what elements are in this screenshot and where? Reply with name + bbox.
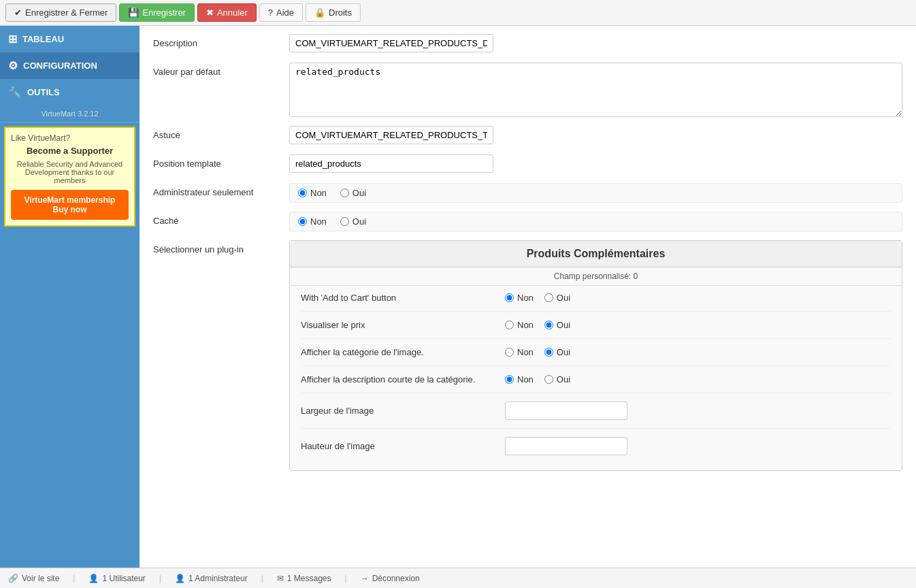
plugin-field-hauteur: Hauteur de l'image (301, 437, 891, 463)
largeur-control (505, 402, 627, 420)
prix-non-option[interactable]: Non (505, 320, 534, 330)
add-to-cart-control: Non Oui (505, 293, 570, 303)
footer-utilisateur[interactable]: 👤 1 Utilisateur (88, 574, 145, 583)
sidebar-item-configuration[interactable]: ⚙ CONFIGURATION (0, 52, 140, 79)
description-label: Description (153, 34, 289, 48)
prix-oui-option[interactable]: Oui (544, 320, 570, 330)
description-courte-control: Non Oui (505, 374, 570, 385)
cache-radio-group: Non Oui (289, 212, 902, 231)
footer-administrateur[interactable]: 👤 1 Administrateur (175, 574, 248, 583)
hauteur-input[interactable] (505, 437, 627, 455)
messages-icon: ✉ (277, 574, 284, 583)
sidebar: ⊞ TABLEAU ⚙ CONFIGURATION 🔧 OUTILS Virtu… (0, 26, 140, 588)
plugin-fields: With 'Add to Cart' button Non (290, 286, 902, 470)
categorie-oui-radio[interactable] (544, 348, 553, 357)
desc-courte-oui-option[interactable]: Oui (544, 374, 570, 385)
user-icon: 👤 (88, 574, 99, 583)
promo-supporter: Become a Supporter (11, 146, 129, 156)
position-control (289, 154, 902, 173)
cache-non-option[interactable]: Non (298, 216, 327, 227)
astuce-label: Astuce (153, 126, 289, 140)
categorie-non-radio[interactable] (505, 348, 514, 357)
footer-deconnexion[interactable]: → Déconnexion (361, 574, 420, 583)
admin-non-radio[interactable] (298, 189, 307, 197)
membership-button[interactable]: VirtueMart membershipBuy now (11, 190, 129, 220)
add-to-cart-oui-radio[interactable] (544, 293, 553, 302)
add-to-cart-oui-option[interactable]: Oui (544, 293, 570, 303)
astuce-input[interactable] (289, 126, 493, 144)
sidebar-item-outils[interactable]: 🔧 OUTILS (0, 79, 140, 105)
tools-icon: 🔧 (8, 86, 22, 99)
categorie-label: Afficher la catégorie de l'image. (301, 347, 505, 357)
desc-courte-non-option[interactable]: Non (505, 374, 534, 385)
cache-oui-option[interactable]: Oui (340, 216, 366, 227)
save-close-button[interactable]: ✔ Enregistrer & Fermer (5, 3, 116, 22)
plugin-champ: Champ personnalisé: 0 (290, 267, 902, 286)
admin-icon: 👤 (175, 574, 185, 583)
description-control (289, 34, 902, 52)
add-to-cart-label: With 'Add to Cart' button (301, 293, 505, 303)
astuce-control (289, 126, 902, 144)
help-icon: ? (268, 7, 273, 18)
plugin-label: Sélectionner un plug-in (153, 240, 289, 255)
desc-courte-oui-radio[interactable] (544, 375, 553, 384)
cache-oui-radio[interactable] (340, 217, 349, 226)
footer-messages[interactable]: ✉ 1 Messages (277, 574, 331, 583)
cache-non-radio[interactable] (298, 217, 307, 226)
voir-site-icon: 🔗 (8, 574, 18, 583)
footer-bar: 🔗 Voir le site | 👤 1 Utilisateur | 👤 1 A… (0, 568, 916, 588)
promo-like: Like VirtueMart? (11, 133, 129, 143)
position-label: Position template (153, 154, 289, 169)
plugin-field-add-to-cart: With 'Add to Cart' button Non (301, 293, 891, 312)
main-content: Description Valeur par défaut related_pr… (140, 26, 916, 588)
categorie-oui-option[interactable]: Oui (544, 347, 570, 357)
valeur-label: Valeur par défaut (153, 63, 289, 77)
admin-control: Non Oui (289, 183, 902, 203)
description-row: Description (153, 34, 902, 56)
check-icon: ✔ (14, 7, 22, 18)
prix-oui-radio[interactable] (544, 321, 553, 329)
plugin-field-categorie: Afficher la catégorie de l'image. Non (301, 347, 891, 366)
position-row: Position template (153, 154, 902, 176)
largeur-input[interactable] (505, 402, 627, 420)
cancel-button[interactable]: ✖ Annuler (197, 3, 257, 22)
hauteur-label: Hauteur de l'image (301, 441, 505, 451)
desc-courte-non-radio[interactable] (505, 375, 514, 384)
add-to-cart-non-radio[interactable] (505, 293, 514, 302)
promo-desc: Reliable Security and Advanced Developme… (11, 160, 129, 184)
admin-non-option[interactable]: Non (298, 188, 327, 198)
cache-row: Caché Non Oui (153, 212, 902, 233)
plugin-field-prix: Visualiser le prix Non Oui (301, 320, 891, 339)
config-icon: ⚙ (8, 59, 18, 72)
lock-icon: 🔒 (314, 7, 325, 18)
sidebar-item-tableau[interactable]: ⊞ TABLEAU (0, 26, 140, 52)
vm-version: VirtueMart 3.2.12 (0, 105, 140, 122)
prix-control: Non Oui (505, 320, 570, 330)
admin-label: Administrateur seulement (153, 183, 289, 197)
rights-button[interactable]: 🔒 Droits (306, 3, 361, 22)
position-input[interactable] (289, 154, 493, 173)
prix-non-radio[interactable] (505, 321, 514, 329)
layout: ⊞ TABLEAU ⚙ CONFIGURATION 🔧 OUTILS Virtu… (0, 26, 916, 588)
plugin-field-description: Afficher la description courte de la cat… (301, 374, 891, 393)
footer-voir-site[interactable]: 🔗 Voir le site (8, 574, 59, 583)
categorie-control: Non Oui (505, 347, 570, 357)
valeur-textarea[interactable]: related_products (289, 63, 902, 117)
admin-oui-option[interactable]: Oui (340, 188, 366, 198)
save-button[interactable]: 💾 Enregistrer (119, 3, 195, 22)
logout-icon: → (361, 574, 369, 583)
tableau-icon: ⊞ (8, 33, 17, 46)
plugin-row: Sélectionner un plug-in Produits Complém… (153, 240, 902, 471)
admin-oui-radio[interactable] (340, 189, 349, 197)
cancel-icon: ✖ (206, 7, 214, 18)
toolbar: ✔ Enregistrer & Fermer 💾 Enregistrer ✖ A… (0, 0, 916, 26)
description-input[interactable] (289, 34, 493, 52)
plugin-field-largeur: Largeur de l'image (301, 402, 891, 429)
add-to-cart-non-option[interactable]: Non (505, 293, 534, 303)
save-icon: 💾 (128, 7, 139, 18)
help-button[interactable]: ? Aide (259, 3, 303, 22)
valeur-control: related_products (289, 63, 902, 119)
categorie-non-option[interactable]: Non (505, 347, 534, 357)
astuce-row: Astuce (153, 126, 902, 148)
plugin-panel: Produits Complémentaires Champ personnal… (289, 240, 902, 471)
